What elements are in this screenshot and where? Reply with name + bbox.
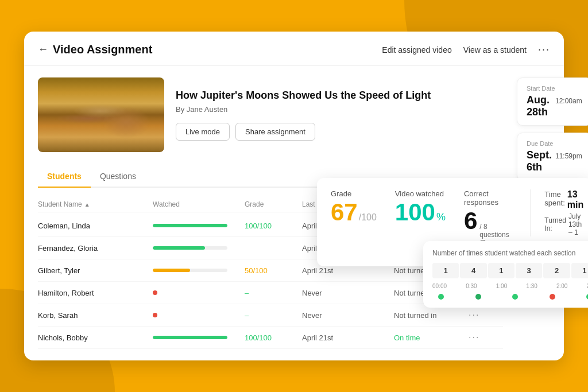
grade-cell: 50/100 [245,266,302,275]
dot-4 [550,294,555,300]
student-name: Nichols, Bobby [38,333,153,342]
section-popup-title: Number of times student watched each sec… [432,249,588,257]
section-cell: 1 [432,263,459,278]
section-grid: 141321 [432,263,588,278]
grade-label: Grade [331,189,377,198]
video-info: How Jupiter's Moons Showed Us the Speed … [38,77,503,152]
video-watched-suffix: % [436,211,446,223]
section-cell: 4 [460,263,486,278]
start-time-value: 12:00am [555,97,582,105]
progress-fill [153,246,205,250]
video-thumbnail [38,77,164,152]
time-spent-value: 13 min [567,189,583,210]
progress-bar [153,336,227,339]
last-watched-cell: Never [302,289,394,297]
watched-dot [153,313,157,317]
student-name: Coleman, Linda [38,222,153,230]
header-actions: Edit assigned video View as a student ··… [382,44,550,56]
student-name: Hamilton, Robert [38,289,153,297]
student-name: Korb, Sarah [38,311,153,320]
last-watched-cell: April 21st [302,333,394,342]
grade-suffix: /100 [359,212,377,223]
grade-value: 67 [331,200,358,224]
tab-questions[interactable]: Questions [91,166,145,188]
watched-cell [153,290,245,295]
dot-2 [475,294,481,300]
timeline-labels: 00:00 0:30 1:00 1:30 2:00 2:30 [432,283,588,289]
time-spent-label: Time spent: [544,190,564,207]
progress-bar [153,269,227,272]
due-date-card: Due Date Sept. 6th 11:59pm [517,133,588,181]
back-arrow-icon[interactable]: ← [38,44,48,56]
turned-in-value: July 13th – 1 [568,212,583,236]
col-watched: Watched [153,200,245,208]
video-title: How Jupiter's Moons Showed Us the Speed … [176,89,431,102]
video-watched-value: 100 [395,200,435,224]
edit-assigned-video-link[interactable]: Edit assigned video [382,45,451,55]
watched-cell [153,336,245,339]
live-mode-button[interactable]: Live mode [176,123,230,141]
col-student-name[interactable]: Student Name ▲ [38,200,153,208]
main-card: ← Video Assignment Edit assigned video V… [24,32,564,360]
watched-cell [153,269,245,272]
time-spent-stat: Time spent: 13 min Turned In: July 13th … [530,189,583,236]
grade-stat: Grade 67 /100 [331,189,377,224]
watched-cell [153,246,245,250]
progress-fill [153,336,227,339]
section-cell: 1 [571,263,588,278]
video-buttons: Live mode Share assignment [176,123,431,141]
start-date-value: Aug. 28th [527,94,552,118]
page-title: Video Assignment [53,43,382,56]
watched-cell [153,313,245,317]
share-assignment-button[interactable]: Share assignment [235,123,315,141]
due-date-value: Sept. 6th [527,149,552,173]
section-cell: 1 [488,263,514,278]
correct-value: 6 [464,209,477,233]
student-name: Fernandez, Gloria [38,244,153,253]
progress-bar [153,224,227,227]
jupiter-image [38,77,164,152]
dot-1 [438,294,444,300]
header: ← Video Assignment Edit assigned video V… [24,32,564,66]
last-watched-cell: April 21st [302,266,394,275]
due-time-value: 11:59pm [555,152,582,160]
student-name: Gilbert, Tyler [38,266,153,275]
table-row: Nichols, Bobby100/100April 21stOn time··… [38,327,503,349]
grade-cell: 100/100 [245,222,302,230]
last-watched-cell: Never [302,311,394,320]
video-watched-label: Video watched [395,189,446,198]
sort-arrow-icon: ▲ [84,201,90,208]
dot-3 [512,294,518,300]
row-more-button[interactable]: ··· [469,310,503,320]
turned-in-cell: On time [394,333,469,342]
watched-dot [153,290,157,295]
row-more-button[interactable]: ··· [469,332,503,343]
turned-in-label: Turned In: [544,216,566,232]
grade-cell: 100/100 [245,333,302,342]
start-date-row: Aug. 28th 12:00am [527,94,582,118]
section-watch-popup: Number of times student watched each sec… [423,241,588,308]
start-date-card: Start Date Aug. 28th 12:00am [517,77,588,126]
turned-in-cell: Not turned in [394,311,469,320]
grade-cell: – [245,311,302,320]
video-watched-stat: Video watched 100 % [395,189,446,224]
timeline-dots [432,294,588,300]
section-cell: 2 [543,263,570,278]
due-date-label: Due Date [527,140,582,147]
start-date-label: Start Date [527,85,582,92]
video-details: How Jupiter's Moons Showed Us the Speed … [176,77,431,152]
progress-bar [153,246,227,250]
progress-fill [153,224,227,227]
video-author: By Jane Austen [176,105,431,114]
more-options-button[interactable]: ··· [538,44,550,56]
view-as-student-link[interactable]: View as a student [463,45,527,55]
col-grade: Grade [245,200,302,208]
section-cell: 3 [516,263,542,278]
grade-cell: – [245,289,302,297]
watched-cell [153,224,245,227]
tab-students[interactable]: Students [38,166,91,188]
correct-label: Correct responses [464,189,512,207]
progress-fill [153,269,190,272]
due-date-row: Sept. 6th 11:59pm [527,149,582,173]
